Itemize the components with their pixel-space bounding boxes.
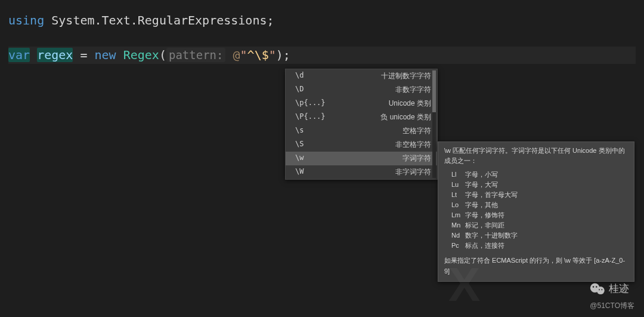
- item-description: 字词字符: [402, 153, 431, 164]
- item-key: \p{...}: [295, 99, 326, 109]
- intellisense-item[interactable]: \w字词字符: [286, 152, 437, 165]
- item-key: \S: [295, 140, 304, 150]
- item-description: Unicode 类别: [389, 99, 431, 109]
- intellisense-item[interactable]: \D非数字字符: [286, 83, 437, 97]
- item-description: 非字词字符: [395, 167, 431, 177]
- item-key: \d: [295, 71, 304, 81]
- item-description: 非空格字符: [395, 140, 431, 150]
- variable-name: regex: [37, 48, 73, 62]
- item-description: 负 unicode 类别: [380, 112, 431, 122]
- tooltip-row: Mn标记，非间距: [451, 220, 522, 230]
- watermark-text: 桂迹: [609, 282, 629, 296]
- tooltip-row: Nd数字，十进制数字: [451, 230, 522, 241]
- tooltip-row: Lu字母，大写: [451, 180, 522, 190]
- background-watermark-x: X: [448, 257, 478, 312]
- attribution-text: @51CTO博客: [590, 301, 634, 311]
- intellisense-item[interactable]: \p{...}Unicode 类别: [286, 97, 437, 110]
- tooltip-row: Pc标点，连接符: [451, 241, 522, 251]
- type-regex: Regex: [123, 48, 159, 62]
- intellisense-item[interactable]: \W非字词字符: [286, 165, 437, 179]
- item-description: 十进制数字字符: [381, 71, 431, 81]
- code-editor[interactable]: using System.Text.RegularExpressions; va…: [0, 0, 644, 76]
- tooltip-row: Ll字母，小写: [451, 170, 522, 180]
- svg-point-3: [596, 286, 597, 287]
- tooltip-table: Ll字母，小写Lu字母，大写Lt字母，首字母大写Lo字母，其他Lm字母，修饰符M…: [451, 170, 522, 251]
- intellisense-item[interactable]: \S非空格字符: [286, 138, 437, 152]
- keyword-using: using: [8, 13, 44, 27]
- scrollbar-thumb[interactable]: [432, 70, 436, 112]
- keyword-new: new: [95, 48, 116, 62]
- intellisense-item[interactable]: \d十进制数字字符: [286, 69, 437, 83]
- svg-point-4: [599, 289, 600, 290]
- intellisense-item[interactable]: \P{...}负 unicode 类别: [286, 110, 437, 124]
- code-line-3: var regex = new Regex(pattern: @"^\$");: [8, 47, 636, 64]
- item-key: \D: [295, 85, 304, 95]
- svg-point-1: [597, 287, 605, 294]
- code-line-1: using System.Text.RegularExpressions;: [8, 12, 636, 29]
- svg-point-2: [593, 286, 594, 287]
- item-description: 非数字字符: [395, 85, 431, 95]
- wechat-icon: [590, 282, 605, 296]
- intellisense-list[interactable]: \d十进制数字字符\D非数字字符\p{...}Unicode 类别\P{...}…: [285, 69, 438, 180]
- item-description: 空格字符: [402, 126, 431, 136]
- item-key: \s: [295, 126, 304, 136]
- tooltip-row: Lt字母，首字母大写: [451, 190, 522, 200]
- item-key: \P{...}: [295, 112, 326, 122]
- item-key: \w: [295, 153, 304, 164]
- svg-point-5: [601, 289, 602, 290]
- item-key: \W: [295, 167, 304, 177]
- verbatim-prefix: @: [233, 48, 240, 62]
- intellisense-item[interactable]: \s空格字符: [286, 124, 437, 138]
- parameter-hint: pattern:: [166, 48, 226, 62]
- tooltip-heading: \w 匹配任何字词字符。字词字符是以下任何 Unicode 类别中的成员之一：: [444, 146, 628, 166]
- tooltip-row: Lo字母，其他: [451, 200, 522, 210]
- keyword-var: var: [8, 48, 30, 62]
- tooltip-row: Lm字母，修饰符: [451, 210, 522, 220]
- watermark: 桂迹: [590, 282, 629, 296]
